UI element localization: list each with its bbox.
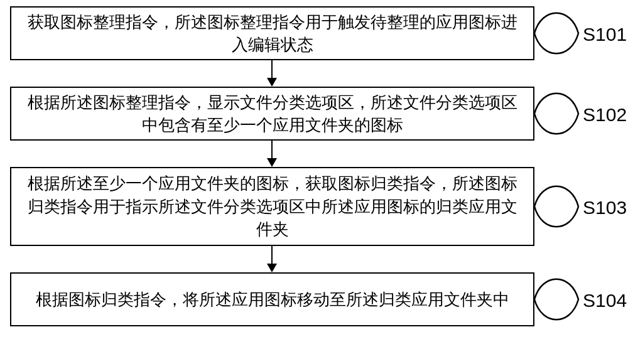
step-box-2: 根据所述图标整理指令，显示文件分类选项区，所述文件分类选项区中包含有至少一个应用… <box>10 87 534 141</box>
step-label-2: S102 <box>583 104 627 126</box>
step-label-1: S101 <box>583 24 627 45</box>
step-label-4: S104 <box>583 290 627 311</box>
arrow-line-2 <box>271 141 273 159</box>
arrow-head-3 <box>267 264 277 272</box>
step-box-4: 根据图标归类指令，将所述应用图标移动至所述归类应用文件夹中 <box>10 272 534 326</box>
step-text-4: 根据图标归类指令，将所述应用图标移动至所述归类应用文件夹中 <box>36 288 509 311</box>
step-box-1: 获取图标整理指令，所述图标整理指令用于触发待整理的应用图标进入编辑状态 <box>10 6 534 60</box>
arrow-line-3 <box>271 246 273 265</box>
step-text-3: 根据所述至少一个应用文件夹的图标，获取图标归类指令，所述图标归类指令用于指示所述… <box>23 172 522 240</box>
connector-curve-2 <box>534 92 578 136</box>
arrow-head-2 <box>267 158 277 167</box>
arrow-head-1 <box>267 78 277 87</box>
step-text-1: 获取图标整理指令，所述图标整理指令用于触发待整理的应用图标进入编辑状态 <box>23 11 522 56</box>
connector-curve-3 <box>534 185 578 228</box>
step-label-3: S103 <box>583 197 627 218</box>
step-text-2: 根据所述图标整理指令，显示文件分类选项区，所述文件分类选项区中包含有至少一个应用… <box>23 91 522 137</box>
step-box-3: 根据所述至少一个应用文件夹的图标，获取图标归类指令，所述图标归类指令用于指示所述… <box>10 167 534 246</box>
arrow-line-1 <box>271 60 273 79</box>
connector-curve-1 <box>534 11 578 55</box>
flowchart-canvas: 获取图标整理指令，所述图标整理指令用于触发待整理的应用图标进入编辑状态 S101… <box>0 0 628 364</box>
connector-curve-4 <box>534 277 578 321</box>
